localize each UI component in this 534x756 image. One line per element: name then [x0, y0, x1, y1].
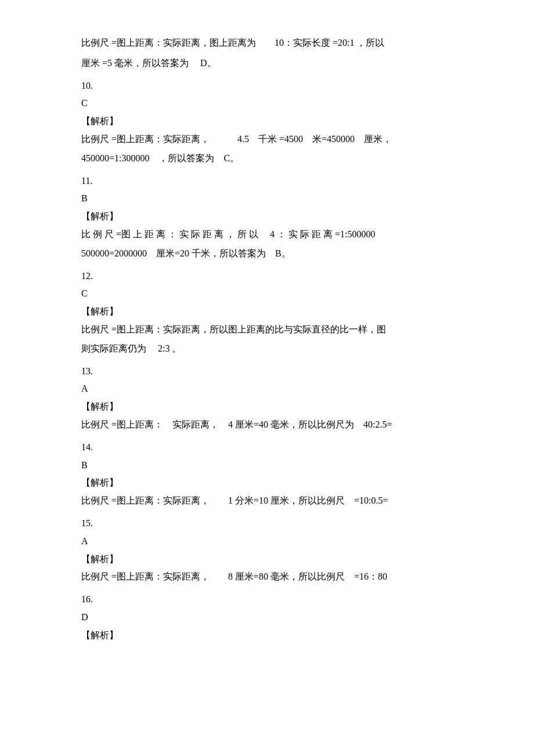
items-list: 10.C【解析】比例尺 =图上距离：实际距离， 4.5 千米 =4500 米=4…: [81, 78, 453, 644]
item-block-13: 13.A【解析】比例尺 =图上距离： 实际距离， 4 厘米=40 毫米，所以比例…: [81, 363, 453, 433]
answer-letter-14: B: [81, 457, 453, 474]
analysis-line-10-0: 比例尺 =图上距离：实际距离， 4.5 千米 =4500 米=450000 厘米…: [81, 131, 453, 148]
analysis-header-13: 【解析】: [81, 399, 453, 415]
analysis-header-11: 【解析】: [81, 208, 453, 225]
item-block-12: 12.C【解析】比例尺 =图上距离：实际距离，所以图上距离的比与实际直径的比一样…: [81, 268, 453, 357]
item-block-11: 11.B【解析】比 例 尺 =图 上 距 离 ： 实 际 距 离 ， 所 以 4…: [81, 173, 453, 262]
answer-letter-10: C: [81, 95, 453, 112]
answer-letter-13: A: [81, 381, 453, 397]
item-number-11: 11.: [81, 173, 453, 190]
analysis-header-14: 【解析】: [81, 475, 453, 491]
answer-letter-15: A: [81, 533, 453, 550]
item-block-15: 15.A【解析】比例尺 =图上距离：实际距离， 8 厘米=80 毫米，所以比例尺…: [81, 515, 453, 585]
analysis-line-10-1: 450000=1:300000 ，所以答案为 C。: [81, 150, 453, 167]
analysis-header-16: 【解析】: [81, 627, 453, 644]
item-number-14: 14.: [81, 439, 453, 456]
item-number-15: 15.: [81, 515, 453, 532]
intro-line2: 厘米 =5 毫米，所以答案为 D。: [81, 55, 453, 72]
page-content: 比例尺 =图上距离：实际距离，图上距离为 10：实际长度 =20:1 ，所以 厘…: [81, 35, 453, 644]
item-block-14: 14.B【解析】比例尺 =图上距离：实际距离， 1 分米=10 厘米，所以比例尺…: [81, 439, 453, 509]
item-block-10: 10.C【解析】比例尺 =图上距离：实际距离， 4.5 千米 =4500 米=4…: [81, 78, 453, 167]
analysis-header-15: 【解析】: [81, 551, 453, 568]
item-number-13: 13.: [81, 363, 453, 380]
item-number-12: 12.: [81, 268, 453, 285]
analysis-line-11-1: 500000=2000000 厘米=20 千米，所以答案为 B。: [81, 245, 453, 262]
analysis-line-15-0: 比例尺 =图上距离：实际距离， 8 厘米=80 毫米，所以比例尺 =16：80: [81, 569, 453, 585]
answer-letter-16: D: [81, 609, 453, 626]
analysis-header-12: 【解析】: [81, 303, 453, 320]
answer-letter-12: C: [81, 285, 453, 302]
answer-letter-11: B: [81, 190, 453, 207]
analysis-line-12-0: 比例尺 =图上距离：实际距离，所以图上距离的比与实际直径的比一样，图: [81, 321, 453, 338]
item-number-10: 10.: [81, 78, 453, 95]
analysis-line-13-0: 比例尺 =图上距离： 实际距离， 4 厘米=40 毫米，所以比例尺为 40:2.…: [81, 417, 453, 433]
analysis-line-14-0: 比例尺 =图上距离：实际距离， 1 分米=10 厘米，所以比例尺 =10:0.5…: [81, 493, 453, 509]
item-number-16: 16.: [81, 591, 453, 608]
item-block-16: 16.D【解析】: [81, 591, 453, 643]
analysis-header-10: 【解析】: [81, 113, 453, 130]
analysis-line-11-0: 比 例 尺 =图 上 距 离 ： 实 际 距 离 ， 所 以 4 ： 实 际 距…: [81, 226, 453, 243]
intro-block: 比例尺 =图上距离：实际距离，图上距离为 10：实际长度 =20:1 ，所以 厘…: [81, 35, 453, 72]
analysis-line-12-1: 则实际距离仍为 2:3 。: [81, 341, 453, 357]
intro-line1: 比例尺 =图上距离：实际距离，图上距离为 10：实际长度 =20:1 ，所以: [81, 35, 453, 52]
